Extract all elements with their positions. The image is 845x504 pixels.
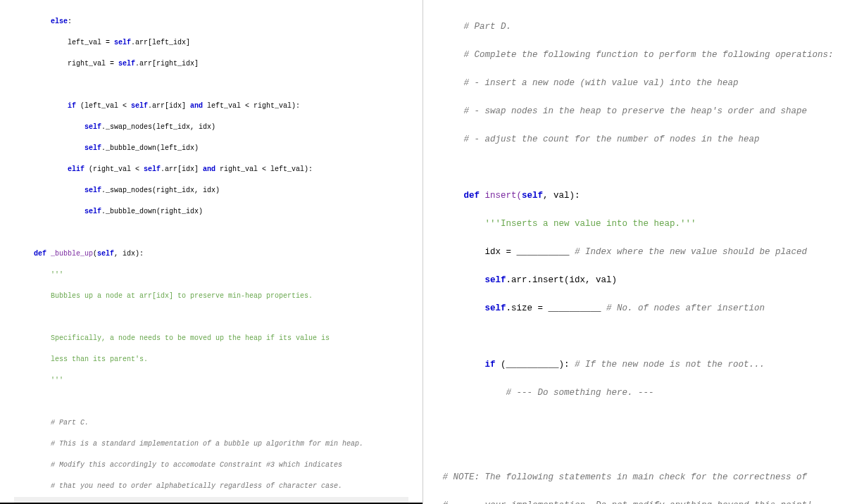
code-line [3,80,420,90]
code-line: def insert(self, val): [426,189,843,203]
code-line [3,396,420,407]
code-line: if (__________): # If the new node is no… [426,358,843,372]
code-line: # your implementation. Do not modify any… [426,498,843,504]
code-line [426,329,843,344]
code-line: Specifically, a node needs to be moved u… [3,333,420,344]
code-line: if (left_val < self.arr[idx] and left_va… [3,101,420,111]
code-line: right_val = self.arr[right_idx] [3,58,420,69]
code-line: '''Inserts a new value into the heap.''' [426,217,843,231]
code-line: idx = __________ # Index where the new v… [426,245,843,259]
code-line: ''' [3,375,420,386]
code-line: # that you need to order alphabetically … [3,481,420,491]
code-line [426,414,843,428]
code-line: # - insert a new node (with value val) i… [426,76,843,90]
code-line: # - adjust the count for the number of n… [426,132,843,146]
code-line: ''' [3,270,420,280]
code-line: # - swap nodes in the heap to preserve t… [426,104,843,118]
code-line: less than its parent's. [3,354,420,365]
code-line [3,227,420,238]
horizontal-scrollbar[interactable] [14,497,408,503]
code-pane-right[interactable]: # Part D. # Complete the following funct… [423,0,846,504]
code-line: # Part C. [3,417,420,428]
code-line: def _bubble_up(self, idx): [3,248,420,259]
code-line: else: [3,16,420,27]
code-line: self._bubble_down(right_idx) [3,206,420,217]
code-line: # --- Do something here. --- [426,386,843,400]
code-line: Bubbles up a node at arr[idx] to preserv… [3,291,420,301]
code-line: self._swap_nodes(left_idx, idx) [3,122,420,132]
code-line [426,442,843,456]
code-line [426,160,843,175]
code-line: # This is a standard implementation of a… [3,439,420,449]
code-line: self._swap_nodes(right_idx, idx) [3,185,420,196]
code-line [3,312,420,322]
code-pane-left[interactable]: else: left_val = self.arr[left_idx] righ… [0,0,423,504]
code-line: self.arr.insert(idx, val) [426,273,843,287]
code-line: elif (right_val < self.arr[idx] and righ… [3,164,420,175]
code-line: self._bubble_down(left_idx) [3,143,420,153]
code-line: self.size = __________ # No. of nodes af… [426,301,843,315]
code-line: # Complete the following function to per… [426,48,843,62]
code-line: # NOTE: The following statements in main… [426,470,843,484]
code-line: # Modify this accordingly to accomodate … [3,460,420,470]
code-line: # Part D. [426,20,843,34]
code-line: left_val = self.arr[left_idx] [3,37,420,48]
